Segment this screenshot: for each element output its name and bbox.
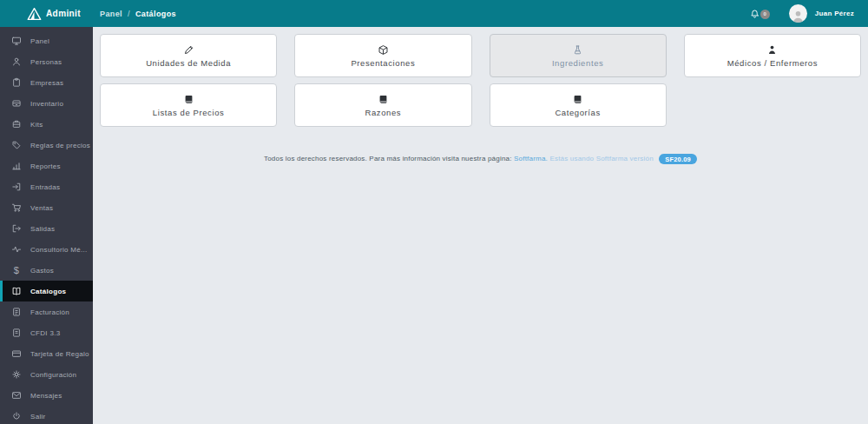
- user-name[interactable]: Juan Pérez: [815, 10, 854, 17]
- sidebar-item-label: CFDI 3.3: [30, 329, 60, 337]
- price-tag-icon: [11, 140, 22, 150]
- card-label: Presentaciones: [351, 58, 415, 68]
- sidebar-item-panel[interactable]: Panel: [0, 30, 93, 51]
- pulse-icon: [11, 244, 22, 255]
- card-listas-de-precios[interactable]: Listas de Precios: [100, 83, 277, 127]
- top-header: Adminit Panel / Catálogos 0 Juan Pérez: [0, 0, 868, 27]
- breadcrumb-separator: /: [128, 10, 130, 18]
- sidebar-item-label: Configuración: [30, 371, 76, 379]
- sidebar-item-label: Salidas: [30, 225, 55, 233]
- card-label: Categorías: [555, 108, 600, 117]
- card-label: Médicos / Enfermeros: [727, 58, 818, 68]
- card-label: Unidades de Medida: [146, 58, 231, 68]
- sidebar-item-reglas-de-precios[interactable]: Reglas de precios: [0, 135, 93, 156]
- sidebar-item-ventas[interactable]: Ventas: [0, 197, 93, 218]
- sidebar-item-label: Reportes: [30, 162, 61, 170]
- user-avatar[interactable]: [789, 4, 807, 23]
- sidebar-item-consultorio-medico[interactable]: Consultorio Mé...: [0, 239, 93, 260]
- breadcrumb-panel-link[interactable]: Panel: [100, 10, 122, 18]
- adminit-triangle-logo-icon: [27, 7, 42, 21]
- notification-count-badge: 0: [760, 10, 770, 19]
- pencil-icon: [183, 44, 194, 56]
- document-icon: [11, 328, 22, 338]
- open-book-icon: [11, 286, 22, 296]
- person-silhouette-icon: [792, 10, 805, 23]
- card-categorias[interactable]: Categorías: [490, 83, 667, 127]
- card-razones[interactable]: Razones: [294, 83, 471, 127]
- breadcrumb-current: Catálogos: [135, 10, 176, 18]
- sidebar-item-label: Salir: [30, 413, 46, 421]
- card-label: Ingredientes: [552, 58, 604, 68]
- briefcase-icon: [11, 119, 22, 129]
- card-medicos-enfermeros[interactable]: Médicos / Enfermeros: [684, 34, 861, 77]
- book-icon: [572, 94, 583, 106]
- sidebar-item-salir[interactable]: Salir: [0, 406, 93, 424]
- sidebar-item-label: Catálogos: [30, 288, 66, 295]
- archive-box-icon: [11, 98, 22, 109]
- sidebar-item-label: Consultorio Mé...: [30, 246, 88, 254]
- sidebar-item-entradas[interactable]: Entradas: [0, 176, 93, 197]
- shopping-cart-icon: [11, 202, 22, 213]
- card-presentaciones[interactable]: Presentaciones: [294, 34, 471, 77]
- card-ingredientes[interactable]: Ingredientes: [490, 34, 667, 77]
- package-icon: [378, 44, 389, 56]
- sidebar-item-label: Reglas de precios: [30, 142, 90, 149]
- sidebar-item-label: Personas: [30, 58, 62, 66]
- sidebar-item-label: Facturación: [30, 308, 69, 316]
- sidebar-item-gastos[interactable]: $ Gastos: [0, 260, 93, 281]
- sidebar-item-personas[interactable]: Personas: [0, 51, 93, 72]
- sidebar-item-inventario[interactable]: Inventario: [0, 93, 93, 114]
- footer-version-text: Estás usando Softfarma versión: [549, 155, 653, 162]
- book-icon: [183, 94, 194, 106]
- sidebar-item-label: Entradas: [30, 183, 60, 191]
- book-icon: [378, 94, 389, 106]
- card-label: Razones: [365, 108, 402, 117]
- header-right-group: 0 Juan Pérez: [749, 4, 868, 23]
- sidebar-item-label: Ventas: [30, 204, 53, 212]
- footer-text: Todos los derechos reservados. Para más …: [264, 155, 512, 162]
- sidebar-item-label: Empresas: [30, 79, 63, 87]
- softfarma-link[interactable]: Softfarma.: [514, 155, 548, 162]
- invoice-icon: [11, 307, 22, 317]
- breadcrumb: Panel / Catálogos: [100, 10, 176, 18]
- monitor-icon: [11, 36, 22, 46]
- sidebar-nav: Panel Personas Empresas Inventario Kits …: [0, 27, 93, 424]
- catalog-cards-grid: Unidades de Medida Presentaciones Ingred…: [100, 34, 861, 127]
- sidebar-item-salidas[interactable]: Salidas: [0, 218, 93, 239]
- card-unidades-de-medida[interactable]: Unidades de Medida: [100, 34, 277, 77]
- card-icon: [11, 348, 22, 359]
- sidebar-item-label: Tarjeta de Regalo: [30, 350, 89, 358]
- app-logo[interactable]: Adminit: [0, 7, 93, 21]
- brand-name: Adminit: [46, 9, 81, 18]
- version-badge: SF20.09: [659, 154, 697, 164]
- sidebar-item-label: Gastos: [30, 267, 54, 275]
- arrow-in-icon: [11, 182, 22, 192]
- person-icon: [11, 56, 22, 67]
- sidebar-item-configuracion[interactable]: Configuración: [0, 364, 93, 385]
- gear-icon: [11, 369, 22, 380]
- sidebar-item-mensajes[interactable]: Mensajes: [0, 385, 93, 406]
- sidebar-item-reportes[interactable]: Reportes: [0, 156, 93, 176]
- sidebar-item-catalogos[interactable]: Catálogos: [0, 281, 93, 301]
- sidebar-item-kits[interactable]: Kits: [0, 114, 93, 135]
- dollar-icon: $: [11, 265, 22, 275]
- sidebar-item-empresas[interactable]: Empresas: [0, 72, 93, 93]
- footer-copyright: Todos los derechos reservados. Para más …: [100, 154, 861, 164]
- main-content: Unidades de Medida Presentaciones Ingred…: [93, 27, 868, 424]
- bar-chart-icon: [11, 161, 22, 171]
- sidebar-item-label: Mensajes: [30, 392, 62, 400]
- power-icon: [11, 411, 22, 421]
- sidebar-item-label: Panel: [30, 37, 49, 45]
- sidebar-item-label: Kits: [30, 121, 43, 129]
- sidebar-item-label: Inventario: [30, 100, 63, 108]
- card-label: Listas de Precios: [153, 108, 225, 117]
- flask-icon: [572, 44, 583, 56]
- mail-icon: [11, 390, 22, 401]
- clipboard-icon: [11, 77, 22, 88]
- notifications-button[interactable]: 0: [749, 7, 763, 21]
- sidebar-item-cfdi[interactable]: CFDI 3.3: [0, 322, 93, 343]
- doctor-icon: [766, 44, 778, 56]
- sidebar-item-facturacion[interactable]: Facturación: [0, 301, 93, 322]
- arrow-out-icon: [11, 223, 22, 234]
- sidebar-item-tarjeta-de-regalo[interactable]: Tarjeta de Regalo: [0, 343, 93, 364]
